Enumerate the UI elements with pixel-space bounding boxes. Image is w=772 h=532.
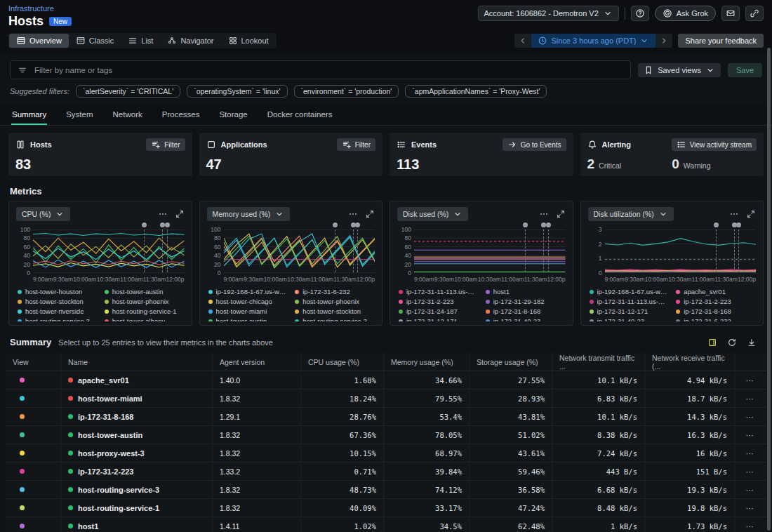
row-actions-button[interactable]: ⋯ [734, 481, 765, 498]
column-header-4[interactable]: Memory usage (%) [383, 353, 469, 371]
tab-network[interactable]: Network [112, 105, 143, 125]
column-header-5[interactable]: Storage usage (%) [469, 353, 552, 371]
host-name-cell[interactable]: host1 [60, 517, 212, 532]
view-switch-navigator[interactable]: Navigator [160, 34, 220, 48]
column-header-3[interactable]: CPU usage (%) [300, 353, 383, 371]
host-name-cell[interactable]: ip-172-31-8-168 [60, 408, 212, 425]
help-button[interactable] [631, 6, 649, 21]
table-row[interactable]: host-tower-austin 1.8.32 67.36% 78.05% 5… [6, 426, 766, 444]
tab-docker-containers[interactable]: Docker containers [267, 105, 333, 125]
ellipsis-icon[interactable] [348, 209, 358, 219]
row-actions-button[interactable]: ⋯ [734, 499, 765, 517]
suggested-filter-chip-3[interactable]: `apmApplicationNames` = 'Proxy-West' [405, 85, 547, 98]
expand-icon[interactable] [175, 209, 185, 219]
row-actions-button[interactable]: ⋯ [734, 408, 765, 425]
event-marker-dot[interactable] [142, 222, 147, 227]
row-actions-button[interactable]: ⋯ [734, 426, 765, 444]
legend-item[interactable]: ip-172-31-11-113.us-west-2.com... [590, 298, 670, 305]
legend-item[interactable]: host-tower-houston [18, 288, 98, 295]
view-toggle[interactable] [6, 444, 60, 462]
event-marker-dot[interactable] [546, 222, 551, 227]
legend-item[interactable]: host-tower-austin [208, 317, 288, 321]
ask-grok-button[interactable]: Ask Grok [655, 6, 716, 21]
account-selector[interactable]: Account: 1606862 - Demotron V2 [478, 6, 619, 21]
legend-item[interactable]: ip-192-168-1-67.us-west-2.com... [590, 288, 670, 295]
metric-selector[interactable]: Memory used (%) [207, 207, 291, 221]
tab-processes[interactable]: Processes [161, 105, 201, 125]
event-marker-dot[interactable] [333, 222, 338, 227]
expand-icon[interactable] [746, 209, 756, 219]
scrollbar-thumb[interactable] [767, 48, 771, 531]
suggested-filter-chip-1[interactable]: `operatingSystem` = 'linux' [187, 85, 287, 98]
chart-plot[interactable] [224, 230, 375, 273]
metric-selector[interactable]: Disk used (%) [397, 207, 468, 221]
legend-item[interactable]: host-routing-service-1 [105, 307, 185, 315]
row-actions-button[interactable]: ⋯ [734, 371, 765, 389]
ellipsis-icon[interactable] [158, 209, 168, 219]
legend-item[interactable]: ip-172-31-29-182 [486, 298, 566, 305]
view-toggle[interactable] [6, 371, 60, 389]
saved-views-button[interactable]: Saved views [638, 63, 721, 77]
download-icon[interactable] [747, 338, 757, 347]
table-row[interactable]: host-routing-service-3 1.8.32 48.73% 74.… [6, 481, 766, 499]
feedback-button[interactable]: Share your feedback [678, 34, 764, 48]
column-header-2[interactable]: Agent version [212, 353, 300, 371]
event-marker-dot[interactable] [523, 222, 528, 227]
row-actions-button[interactable]: ⋯ [734, 444, 765, 462]
view-switch-overview[interactable]: Overview [9, 34, 69, 48]
mail-button[interactable] [721, 6, 740, 21]
column-header-6[interactable]: Network transmit traffic ... [552, 353, 644, 371]
metric-selector[interactable]: Disk utilization (%) [588, 207, 674, 221]
table-row[interactable]: host-proxy-west-3 1.8.32 10.15% 68.97% 4… [6, 444, 766, 463]
legend-item[interactable]: ip-172-31-2-223 [676, 298, 756, 305]
legend-item[interactable]: host-tower-stockton [295, 307, 375, 315]
legend-item[interactable]: ip-172-31-8-168 [486, 307, 566, 315]
row-actions-button[interactable]: ⋯ [734, 390, 765, 407]
host-name-cell[interactable]: host-routing-service-1 [60, 499, 212, 517]
table-row[interactable]: ip-172-31-2-223 1.33.2 0.71% 39.84% 59.4… [6, 463, 766, 481]
chart-plot[interactable] [414, 230, 566, 273]
legend-item[interactable]: ip-172-31-40-23 [590, 317, 670, 321]
legend-item[interactable]: host-routing-service-3 [18, 317, 98, 321]
chart-plot[interactable] [33, 230, 185, 273]
table-row[interactable]: ip-172-31-8-168 1.29.1 28.76% 53.4% 43.8… [6, 408, 766, 426]
tab-storage[interactable]: Storage [218, 105, 248, 125]
view-switch-lookout[interactable]: Lookout [221, 34, 276, 48]
expand-icon[interactable] [365, 209, 375, 219]
tab-summary[interactable]: Summary [11, 105, 47, 125]
legend-item[interactable]: host-tower-phoenix [105, 298, 185, 305]
breadcrumb[interactable]: Infrastructure [8, 4, 72, 13]
event-marker-dot[interactable] [714, 222, 719, 227]
time-range-button[interactable]: Since 3 hours ago (PDT) [531, 34, 655, 48]
refresh-icon[interactable] [727, 338, 737, 347]
view-toggle[interactable] [6, 499, 60, 517]
view-toggle[interactable] [6, 426, 60, 444]
event-marker-dot[interactable] [355, 222, 360, 227]
view-toggle[interactable] [6, 390, 60, 407]
view-toggle[interactable] [6, 517, 60, 532]
legend-item[interactable]: ip-172-31-8-168 [676, 307, 756, 315]
legend-item[interactable]: ip-172-31-11-113.us-west-2.com... [399, 288, 479, 295]
page-scrollbar[interactable] [767, 44, 771, 531]
view-switch-list[interactable]: List [121, 34, 160, 48]
view-toggle[interactable] [6, 463, 60, 480]
chart-plot[interactable] [605, 230, 757, 273]
table-row[interactable]: host-routing-service-1 1.8.32 40.09% 33.… [6, 499, 766, 517]
column-header-0[interactable]: View [6, 353, 60, 371]
column-header-1[interactable]: Name [60, 353, 212, 371]
column-header-7[interactable]: Network receive traffic (... [644, 353, 734, 371]
legend-item[interactable]: ip-172-31-6-232 [295, 288, 375, 295]
host-name-cell[interactable]: host-tower-miami [60, 390, 212, 407]
filter-input[interactable] [34, 66, 623, 74]
legend-item[interactable]: host1 [486, 288, 566, 295]
legend-item[interactable]: ip-172-31-12-171 [399, 317, 479, 321]
metric-selector[interactable]: CPU (%) [16, 207, 70, 221]
legend-item[interactable]: host-tower-stockton [18, 298, 98, 305]
time-back-button[interactable] [514, 34, 531, 48]
row-actions-button[interactable]: ⋯ [734, 463, 765, 480]
event-marker-dot[interactable] [736, 222, 741, 227]
event-marker-dot[interactable] [165, 222, 170, 227]
view-toggle[interactable] [6, 408, 60, 425]
save-button[interactable]: Save [728, 63, 762, 77]
legend-item[interactable]: host-routing-service-3 [295, 317, 375, 321]
